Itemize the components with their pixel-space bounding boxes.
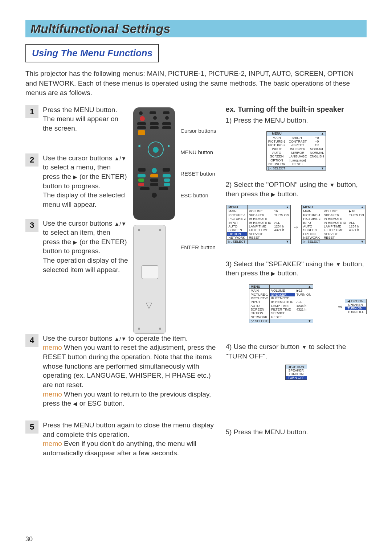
remote-control-illustration: ◀ ▶ [133, 107, 175, 220]
step-5: 5 Press the MENU button again to close t… [25, 420, 216, 458]
right-icon: ▶ [271, 270, 275, 276]
subtitle-box: Using The Menu Functions [25, 44, 159, 62]
page-number: 30 [25, 535, 33, 543]
example-step-3: 3) Select the "SPEAKER" using the ▼ butt… [226, 259, 367, 278]
osd-turnoff-popup: ◀ OPTIONSPEAKERTURN ONTURN OFF [285, 365, 307, 380]
intro-text: This projector has the following menus: … [25, 69, 367, 98]
down-icon: ▼ [330, 182, 335, 188]
step-2: 2 Use the cursor buttons ▲/▼ to select a… [25, 153, 128, 209]
arrow-right-icon: ⇨ [294, 224, 298, 230]
up-down-icon: ▲/▼ [114, 336, 126, 342]
up-down-icon: ▲/▼ [114, 220, 126, 226]
step-num-1: 1 [25, 105, 38, 118]
step-3-body: Use the cursor buttons ▲/▼ to select an … [43, 219, 128, 275]
down-icon: ▼ [302, 344, 307, 350]
arrow-right-icon: ⇨ [338, 304, 343, 309]
right-icon: ▶ [73, 174, 77, 180]
step-1: 1 Press the MENU button. The menu will a… [25, 105, 128, 133]
step-num-2: 2 [25, 153, 38, 167]
memo-label: memo [43, 390, 62, 398]
right-icon: ▶ [73, 239, 77, 245]
remote-control-2-illustration: ▽ [133, 225, 166, 334]
osd-speaker: MENU▲MAINVOLUME▶16PICTURE-1SPEAKERTURN O… [249, 284, 313, 323]
example-step-1: 1) Press the MENU button. [226, 116, 367, 125]
memo-label: memo [43, 440, 62, 447]
step-5-body: Press the MENU button again to close the… [43, 420, 216, 458]
example-step-2: 2) Select the "OPTION" using the ▼ butto… [226, 180, 367, 198]
up-down-icon: ▲/▼ [114, 155, 126, 161]
page-title: Multifunctional Settings [30, 22, 362, 36]
step-4-body: Use the cursor buttons ▲/▼ to operate th… [43, 334, 216, 408]
left-icon: ◀ [73, 401, 77, 407]
osd-option-b: MENU▲MAINVOLUME▶16PICTURE-1SPEAKERTURN O… [301, 205, 366, 244]
down-icon: ▼ [335, 261, 341, 267]
label-menu: MENU button [178, 149, 216, 155]
step-4: 4 Use the cursor buttons ▲/▼ to operate … [25, 334, 216, 408]
label-enter: ENTER button [178, 244, 216, 250]
example-title: ex. Turning off the built-in speaker [226, 105, 367, 114]
step-num-4: 4 [25, 334, 38, 347]
example-step-4: 4) Use the cursor button ▼ to select the… [226, 342, 367, 361]
osd-speaker-popup: ◀ OPTIONSPEAKERTURN ONTURN OFF [345, 299, 367, 314]
osd-main-menu: MENU▲MAINBRIGHT+0PICTURE-1CONTRAST+0PICT… [266, 131, 326, 170]
remote-diagram: ◀ ▶ [133, 107, 216, 334]
example-step-5: 5) Press the MENU button. [226, 427, 367, 437]
osd-option-a: MENU▲MAINVOLUME16PICTURE-1SPEAKERTURN ON… [226, 205, 291, 244]
right-icon: ▶ [271, 191, 275, 197]
step-2-body: Use the cursor buttons ▲/▼ to select a m… [43, 153, 128, 209]
step-1-body: Press the MENU button. The menu will app… [43, 105, 128, 133]
memo-label: memo [43, 344, 62, 351]
step-num-5: 5 [25, 420, 38, 434]
step-num-3: 3 [25, 219, 38, 232]
label-cursor: Cursor buttons [178, 128, 216, 134]
title-bar: Multifunctional Settings [25, 20, 367, 37]
page-subtitle: Using The Menu Functions [32, 48, 152, 59]
step-3: 3 Use the cursor buttons ▲/▼ to select a… [25, 219, 128, 275]
label-reset: RESET button [178, 171, 216, 177]
remote-labels: Cursor buttons MENU button RESET button … [178, 107, 216, 250]
label-esc: ESC button [178, 192, 216, 198]
